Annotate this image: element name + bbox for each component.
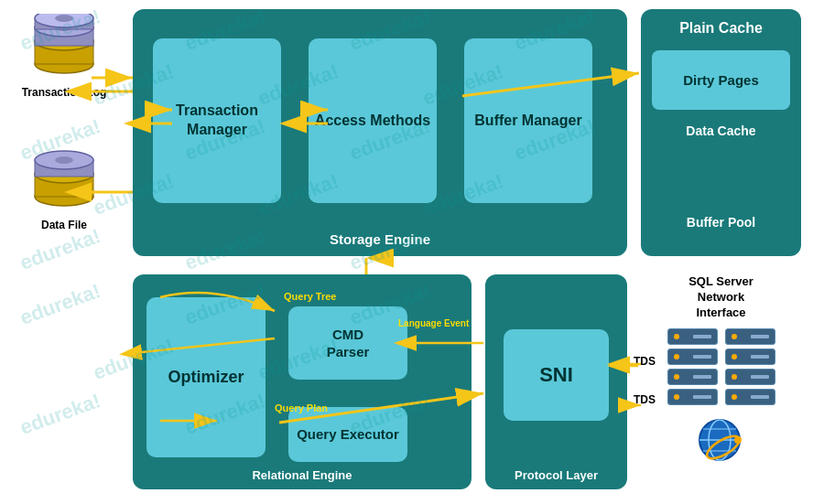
data-cache-label: Data Cache <box>641 123 801 138</box>
optimizer-box: Optimizer <box>146 297 266 457</box>
sni-box: SNI <box>504 329 609 421</box>
svg-point-8 <box>55 15 73 22</box>
plain-cache-title: Plain Cache <box>641 20 801 37</box>
data-file-area: Data File <box>9 137 119 231</box>
buffer-pool-label: Buffer Pool <box>641 215 801 230</box>
access-methods-box: Access Methods <box>309 38 437 203</box>
query-plan-label: Query Plan <box>275 402 328 413</box>
sni-label: SNI <box>539 363 573 387</box>
data-file-label: Data File <box>9 219 119 231</box>
plain-cache-box: Plain Cache Dirty Pages Data Cache Buffe… <box>641 9 801 256</box>
svg-point-21 <box>734 436 742 444</box>
sql-server-ni-area: SQL ServerNetworkInterface <box>641 274 801 463</box>
transaction-manager-label: Transaction Manager <box>153 102 281 140</box>
optimizer-label: Optimizer <box>168 368 244 387</box>
svg-point-14 <box>55 156 73 164</box>
buffer-manager-box: Buffer Manager <box>464 38 592 203</box>
globe-icon <box>694 413 749 463</box>
storage-engine-label: Storage Engine <box>330 231 430 247</box>
language-event-label: Language Event <box>398 318 469 328</box>
relational-engine-box: Optimizer CMDParser Query Executor Query… <box>133 274 472 489</box>
cmd-parser-box: CMDParser <box>288 306 407 380</box>
data-file-icon <box>27 137 101 210</box>
dirty-pages-box: Dirty Pages <box>652 50 790 110</box>
query-tree-label: Query Tree <box>284 291 336 302</box>
diagram: edureka! edureka! edureka! edureka! edur… <box>0 0 813 504</box>
dirty-pages-label: Dirty Pages <box>683 72 759 88</box>
transaction-log-icon <box>27 14 101 78</box>
transaction-log-area: Transaction Log <box>9 14 119 99</box>
server-rack-2 <box>725 328 775 405</box>
buffer-manager-label: Buffer Manager <box>474 112 581 131</box>
query-executor-label: Query Executor <box>297 425 399 444</box>
protocol-layer-label: Protocol Layer <box>515 468 598 482</box>
query-executor-box: Query Executor <box>288 407 407 462</box>
transaction-log-label: Transaction Log <box>9 86 119 99</box>
relational-engine-label: Relational Engine <box>252 468 352 482</box>
sql-server-ni-label: SQL ServerNetworkInterface <box>641 274 801 321</box>
protocol-layer-box: SNI Protocol Layer <box>485 274 627 489</box>
storage-engine-box: Transaction Manager Access Methods Buffe… <box>133 9 627 256</box>
access-methods-label: Access Methods <box>315 112 430 131</box>
transaction-manager-box: Transaction Manager <box>153 38 281 203</box>
server-rack-1 <box>667 328 718 405</box>
